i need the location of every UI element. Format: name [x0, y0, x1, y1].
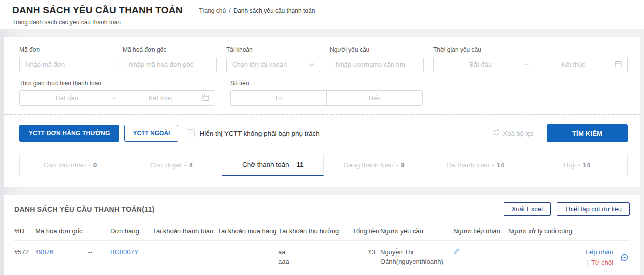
account-select[interactable]: Chọn tên tài khoản: [226, 57, 320, 72]
total-cell: ¥3: [352, 241, 380, 274]
accept-link[interactable]: Tiếp nhận: [585, 248, 613, 257]
tab-count: 0: [93, 162, 97, 169]
tab-label: Đã thanh toán: [447, 162, 489, 169]
amount-from-placeholder: Từ: [274, 94, 283, 102]
tab-dang-thanh-toan[interactable]: Đang thanh toán - 9: [324, 154, 425, 176]
clear-filters-button[interactable]: Xoá bộ lọc: [493, 129, 534, 138]
invoice-link[interactable]: 49076: [35, 248, 53, 256]
amount-from-input[interactable]: Từ -: [231, 91, 326, 106]
last-handler-cell: [508, 241, 574, 274]
tab-label: Chờ thanh toán: [242, 161, 289, 168]
tab-cho-thanh-toan[interactable]: Chờ thanh toán - 11: [222, 154, 324, 176]
show-unassigned-checkbox-wrap: Hiển thị YCTT không phải bạn phụ trách: [187, 130, 319, 138]
page-header: DANH SÁCH YÊU CẦU THANH TOÁN Trang chủ /…: [0, 0, 644, 30]
tab-cho-xac-nhan[interactable]: Chờ xác nhận - 0: [20, 154, 121, 176]
breadcrumb-separator: /: [229, 8, 230, 14]
payment-time-end-placeholder: Kết thúc: [119, 94, 202, 102]
field-payment-time: Thời gian thực hiện thanh toán Bắt đầu ~…: [19, 80, 215, 106]
field-invoice-code: Mã hoá đơn gốc: [123, 46, 217, 72]
reject-link[interactable]: Từ chối: [591, 259, 613, 266]
order-code-input[interactable]: [19, 57, 113, 72]
refresh-icon: [493, 129, 500, 138]
payment-account-cell: [152, 241, 217, 274]
row-id: #572: [14, 241, 35, 274]
tab-count: 14: [497, 162, 504, 169]
table-row: #572 49076 -- BG0007Y aa aaa ¥3 Nguyễn T…: [14, 241, 630, 274]
chevron-down-icon: [309, 61, 314, 68]
col-payment-account: Tài khoản thanh toán: [152, 223, 217, 240]
col-actions: [574, 223, 630, 240]
comment-icon[interactable]: [620, 254, 629, 262]
export-excel-button[interactable]: Xuất Excel: [504, 202, 551, 216]
column-settings-button[interactable]: Thiết lập cột dữ liệu: [557, 202, 630, 216]
yctt-external-button[interactable]: YCTT NGOÀI: [124, 125, 178, 142]
col-order: Đơn hàng: [110, 223, 152, 240]
col-requester: Người yêu cầu: [380, 223, 453, 240]
invoice-code-input[interactable]: [123, 57, 217, 72]
table-title: DANH SÁCH YÊU CẦU THANH TOÁN(11): [14, 206, 155, 214]
toolbar: YCTT ĐƠN HÀNG THƯỜNG YCTT NGOÀI Hiển thị…: [19, 115, 628, 152]
amount-to-input[interactable]: Đến: [327, 91, 422, 106]
tab-separator: -: [88, 162, 91, 169]
tab-da-thanh-toan[interactable]: Đã thanh toán - 14: [425, 154, 527, 176]
breadcrumb: Trang chủ / Danh sách yêu cầu thanh toán: [191, 5, 315, 17]
amount-label: Số tiền: [230, 80, 423, 87]
tab-separator: -: [578, 162, 580, 169]
amount-range: Từ - Đến: [230, 90, 423, 106]
calendar-icon: [615, 60, 622, 70]
col-receiver: Người tiếp nhận: [453, 223, 508, 240]
requester-cell: Nguyễn Thị Oánh(nguyenthioanh): [380, 248, 446, 266]
col-purchase-account: Tài khoản mua hàng: [217, 223, 278, 240]
action-pipe: |: [587, 259, 588, 266]
tab-count: 14: [583, 162, 590, 169]
range-tilde: ~: [522, 61, 532, 68]
tab-cho-duyet[interactable]: Chờ duyệt - 4: [121, 154, 223, 176]
payment-time-start-placeholder: Bắt đầu: [25, 94, 109, 102]
show-unassigned-label: Hiển thị YCTT không phải bạn phụ trách: [199, 130, 319, 138]
calendar-icon: [202, 94, 209, 103]
table-panel: DANH SÁCH YÊU CẦU THANH TOÁN(11) Xuất Ex…: [4, 195, 640, 275]
edit-receiver-icon[interactable]: [453, 248, 461, 256]
field-requester: Người yêu cầu: [330, 46, 424, 72]
clear-filters-label: Xoá bộ lọc: [503, 130, 534, 138]
request-time-label: Thời gian yêu cầu: [433, 46, 628, 54]
amount-to-placeholder: Đến: [369, 94, 381, 102]
search-button[interactable]: TÌM KIẾM: [547, 124, 628, 142]
order-link[interactable]: BG0007Y: [110, 248, 138, 256]
beneficiary-cell: aa aaa: [278, 241, 352, 274]
request-time-range-picker[interactable]: Bắt đầu ~ Kết thúc: [433, 57, 628, 72]
field-amount: Số tiền Từ - Đến: [230, 80, 423, 106]
payment-time-range-picker[interactable]: Bắt đầu ~ Kết thúc: [19, 90, 215, 106]
tab-label: Huỷ: [563, 162, 575, 169]
amount-separator: -: [319, 94, 321, 102]
invoice-dash: --: [88, 241, 110, 274]
purchase-account-cell: [217, 241, 278, 274]
tab-count: 9: [401, 162, 405, 169]
col-last-handler: Người xử lý cuối cùng: [508, 223, 574, 240]
table-header-row: #ID Mã hoá đơn gốc Đơn hàng Tài khoản th…: [14, 223, 630, 241]
col-blank: [88, 223, 110, 240]
beneficiary-line1: aa: [278, 248, 350, 257]
tab-huy[interactable]: Huỷ - 14: [526, 154, 627, 176]
tab-count: 11: [296, 161, 303, 168]
yctt-normal-order-button[interactable]: YCTT ĐƠN HÀNG THƯỜNG: [19, 125, 119, 142]
payment-time-label: Thời gian thực hiện thanh toán: [19, 80, 215, 87]
col-invoice: Mã hoá đơn gốc: [35, 223, 88, 240]
tab-separator: -: [492, 162, 494, 169]
request-time-end-placeholder: Kết thúc: [532, 61, 615, 68]
field-request-time: Thời gian yêu cầu Bắt đầu ~ Kết thúc: [433, 46, 628, 72]
account-select-placeholder: Chọn tên tài khoản: [232, 61, 287, 68]
tab-label: Đang thanh toán: [344, 162, 394, 169]
page-subtitle: Trang danh sách các yêu cầu thanh toán: [12, 19, 632, 26]
range-tilde: ~: [109, 94, 119, 102]
account-label: Tài khoản: [226, 46, 320, 54]
invoice-code-label: Mã hoá đơn gốc: [123, 46, 217, 54]
breadcrumb-home-link[interactable]: Trang chủ: [199, 8, 226, 14]
tab-label: Chờ xác nhận: [44, 162, 86, 169]
col-total: Tổng tiền: [352, 223, 380, 240]
requester-input[interactable]: [330, 57, 424, 72]
tab-count: 4: [189, 162, 193, 169]
tab-separator: -: [184, 162, 187, 169]
show-unassigned-checkbox[interactable]: [187, 130, 195, 138]
page-title: DANH SÁCH YÊU CẦU THANH TOÁN: [12, 4, 183, 16]
